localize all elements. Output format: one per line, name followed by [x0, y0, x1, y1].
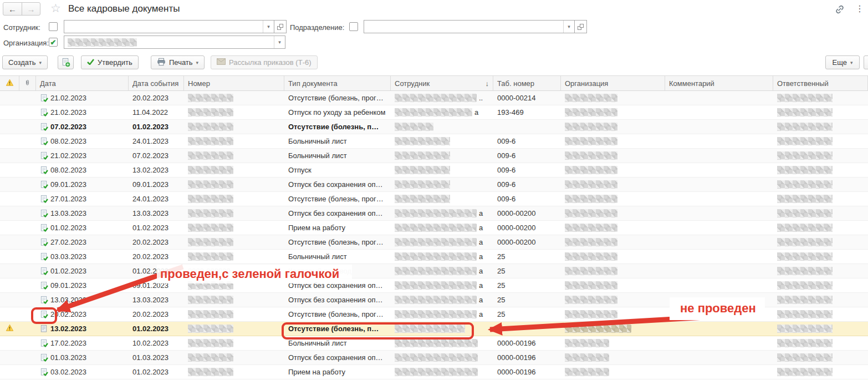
doc-type-value: Отсутствие (болезнь, прог… [288, 238, 384, 246]
posted-document-icon [40, 209, 48, 217]
department-choose-button[interactable] [574, 20, 587, 33]
column-label: Тип документа [288, 79, 338, 88]
create-button[interactable]: Создать ▾ [2, 55, 48, 69]
table-row[interactable]: 09.01.202309.01.2023Отпуск без сохранени… [0, 278, 868, 293]
table-row[interactable]: 08.02.202313.02.2023Отпуск009-6 [0, 163, 868, 178]
cell-comment [665, 336, 773, 350]
table-row[interactable]: 21.02.202311.04.2022Отпуск по уходу за р… [0, 105, 868, 120]
cell-event-date: 07.02.2023 [129, 149, 184, 163]
cell-organization [561, 235, 665, 249]
forward-button[interactable]: → [22, 3, 40, 15]
cell-warning [0, 178, 19, 191]
cell-doc-type: Больничный лист [284, 149, 391, 163]
redacted-employee-block [395, 195, 450, 203]
table-row[interactable]: 01.03.202301.03.2023Отпуск без сохранени… [0, 351, 868, 365]
cell-responsible [773, 120, 868, 134]
redacted-number-block [188, 123, 233, 131]
partial-button[interactable] [864, 55, 868, 69]
cell-doc-type: Отпуск по уходу за ребенком [284, 105, 391, 119]
posted-document-icon [40, 353, 48, 362]
table-row[interactable]: 03.03.202320.02.2023Больничный листа25 [0, 250, 868, 264]
redacted-employee-block [395, 123, 433, 131]
col-date-header[interactable]: Дата [36, 76, 129, 90]
chevron-down-icon[interactable]: ▾ [563, 21, 574, 33]
col-employee-header[interactable]: Сотрудник↓ [391, 76, 493, 90]
cell-event-date: 20.02.2023 [129, 307, 184, 321]
redacted-organization-block [565, 267, 617, 275]
cell-comment [665, 149, 773, 163]
employee-filter-input[interactable]: ▾ [64, 20, 274, 33]
doc-type-value: Больничный лист [288, 151, 347, 160]
more-menu-icon[interactable]: ⋮ [855, 3, 864, 14]
table-row[interactable]: 27.02.202320.02.2023Отсутствие (болезнь,… [0, 235, 868, 250]
date-value: 09.01.2023 [50, 180, 86, 189]
warning-column-header[interactable] [0, 76, 19, 90]
redacted-number-block [188, 325, 233, 333]
date-value: 21.02.2023 [50, 108, 86, 116]
redacted-organization-block [565, 180, 617, 189]
redacted-employee-block [395, 267, 477, 275]
redacted-employee-block [395, 252, 477, 261]
col-event-date-header[interactable]: Дата события [129, 76, 184, 90]
cell-event-date: 09.01.2023 [129, 178, 184, 191]
back-button[interactable]: ← [3, 3, 22, 15]
chevron-down-icon[interactable]: ▾ [274, 36, 285, 48]
col-comment-header[interactable]: Комментарий [665, 76, 773, 90]
table-row[interactable]: 08.02.202324.01.2023Больничный лист009-6 [0, 134, 868, 149]
col-organization-header[interactable]: Организация [561, 76, 665, 90]
cell-number [184, 351, 284, 364]
cell-tab-number: 0000-00196 [493, 365, 561, 379]
redacted-number-block [188, 151, 233, 160]
link-icon[interactable] [834, 4, 845, 17]
department-filter-checkbox[interactable] [349, 22, 358, 31]
department-filter-input[interactable]: ▾ [364, 20, 575, 33]
table-row[interactable]: 07.02.202301.02.2023Отсутствие (болезнь,… [0, 120, 868, 134]
cell-doc-type: Отпуск без сохранения оп… [284, 206, 391, 220]
sort-descending-icon[interactable]: ↓ [486, 79, 489, 88]
cell-doc-type: Отпуск [284, 163, 391, 177]
chevron-down-icon[interactable]: ▾ [263, 21, 274, 33]
col-number-header[interactable]: Номер [184, 76, 284, 90]
table-row[interactable]: 13.03.202313.03.2023Отпуск без сохранени… [0, 206, 868, 221]
table-row[interactable]: 09.01.202309.01.2023Отпуск без сохранени… [0, 178, 868, 192]
cell-employee [391, 134, 493, 148]
table-row[interactable]: 01.02.202301.02.2023Прием на работуа0000… [0, 221, 868, 235]
date-value: 07.02.2023 [50, 123, 86, 131]
print-button[interactable]: Печать ▾ [151, 55, 205, 69]
nav-buttons: ← → [3, 2, 40, 16]
table-row[interactable]: 01.02.202301.02.20230000-000020Кадровый … [0, 264, 868, 278]
organization-filter-checkbox[interactable]: ✔ [49, 38, 58, 47]
cell-date: 13.03.2023 [36, 293, 129, 307]
cell-comment [665, 178, 773, 191]
col-doc-type-header[interactable]: Тип документа [284, 76, 391, 90]
more-button[interactable]: Еще ▾ [825, 55, 860, 69]
table-row[interactable]: 03.02.202301.02.2023Прием на работу0000-… [0, 365, 868, 379]
table-row[interactable]: 21.02.202320.02.2023Отсутствие (болезнь,… [0, 91, 868, 105]
table-row[interactable]: 27.01.202324.01.2023Отсутствие (болезнь,… [0, 192, 868, 206]
paperclip-icon [24, 79, 31, 88]
cell-warning [0, 250, 19, 264]
date-value: 21.02.2023 [50, 151, 86, 160]
col-tab-number-header[interactable]: Таб. номер [493, 76, 561, 90]
cell-comment [665, 105, 773, 119]
attachment-column-header[interactable] [19, 76, 36, 90]
redacted-organization-block [565, 252, 617, 261]
organization-filter-input[interactable]: ▾ [64, 36, 285, 49]
col-responsible-header[interactable]: Ответственный [773, 76, 868, 90]
cell-comment [665, 264, 773, 278]
table-row[interactable]: 21.02.202307.02.2023Больничный лист009-6 [0, 149, 868, 163]
employee-choose-button[interactable] [274, 20, 287, 33]
cell-date: 01.03.2023 [36, 351, 129, 364]
redacted-organization-block [565, 339, 609, 347]
approve-button[interactable]: Утвердить [81, 55, 139, 69]
chevron-down-icon: ▾ [196, 60, 199, 65]
cell-number [184, 250, 284, 264]
copy-document-button[interactable] [58, 55, 74, 69]
date-value: 17.02.2023 [50, 339, 86, 347]
employee-filter-checkbox[interactable] [49, 22, 58, 31]
cell-organization [561, 221, 665, 235]
favorite-star-icon[interactable]: ☆ [50, 2, 61, 15]
event-date-value: 01.02.2023 [132, 325, 169, 333]
cell-warning [0, 293, 19, 307]
forward-arrow-icon: → [27, 4, 35, 14]
